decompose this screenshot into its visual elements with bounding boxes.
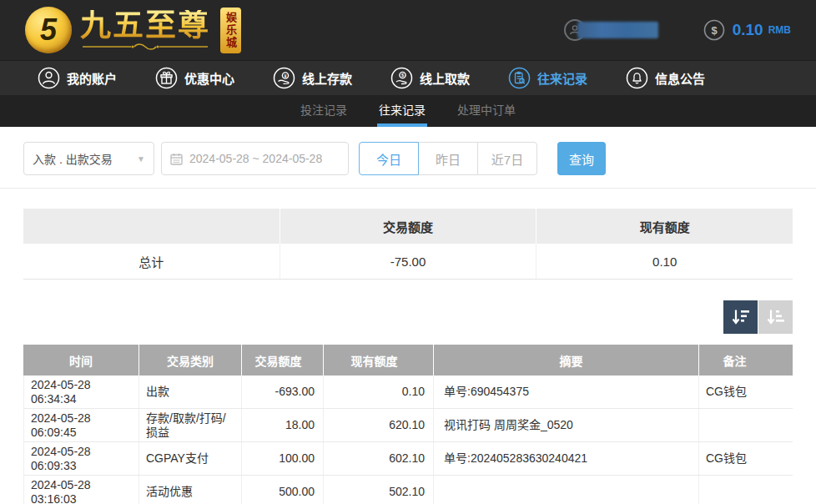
- balance-amount: 0.10: [733, 21, 763, 39]
- sort-descending-button[interactable]: [723, 300, 758, 334]
- balance-currency: RMB: [768, 24, 791, 36]
- yesterday-button[interactable]: 昨日: [418, 142, 478, 175]
- nav-item-transaction-records[interactable]: 往来记录: [508, 67, 587, 89]
- records-clipboard-icon: [508, 67, 531, 89]
- transactions-table: 时间 交易类别 交易额度 现有额度 摘要 备注 2024-05-28 06:34…: [23, 345, 793, 504]
- summary-header-row: 交易额度 现有额度: [23, 209, 793, 244]
- summary-total-balance: 0.10: [536, 244, 793, 279]
- table-header-row: 时间 交易类别 交易额度 现有额度 摘要 备注: [23, 345, 793, 375]
- dollar-coin-icon: $: [703, 19, 725, 41]
- cell-time: 2024-05-28 06:09:33: [23, 442, 139, 475]
- gift-icon: [155, 67, 178, 89]
- calendar-icon: [170, 153, 183, 165]
- date-range-input[interactable]: 2024-05-28 ~ 2024-05-28: [161, 142, 349, 175]
- summary-header-empty: [23, 209, 280, 244]
- summary-total-transaction: -75.00: [280, 244, 537, 279]
- svg-text:$: $: [711, 24, 718, 37]
- today-button[interactable]: 今日: [359, 142, 419, 175]
- summary-header-balance: 现有额度: [536, 209, 793, 244]
- user-icon: [38, 67, 60, 89]
- bell-icon: [626, 67, 648, 89]
- cell-note: CG钱包: [699, 375, 770, 408]
- last-7-days-button[interactable]: 近7日: [477, 142, 537, 175]
- sort-descending-icon: [731, 307, 751, 327]
- transaction-type-select[interactable]: 入款 . 出款交易 ▼: [23, 142, 154, 175]
- nav-item-my-account[interactable]: 我的账户: [38, 67, 117, 89]
- table-row: 2024-05-28 03:16:03 活动优惠 500.00 502.10: [23, 476, 793, 504]
- cell-note: CG钱包: [699, 442, 770, 475]
- balance-display[interactable]: $ 0.10 RMB: [703, 19, 791, 41]
- sort-ascending-icon: [766, 307, 786, 327]
- tab-betting-records[interactable]: 投注记录: [299, 95, 349, 127]
- chevron-down-icon: ▼: [137, 154, 145, 164]
- cell-summary: 单号:690454375: [434, 375, 699, 408]
- cell-amount: -693.00: [242, 375, 324, 408]
- cell-summary: 视讯打码 周周奖金_0520: [434, 409, 699, 441]
- flourish-icon: [83, 43, 208, 51]
- filter-bar: 入款 . 出款交易 ▼ 2024-05-28 ~ 2024-05-28 今日 昨…: [0, 127, 816, 175]
- brand-title: 九五至尊: [80, 10, 210, 41]
- cell-balance: 0.10: [324, 375, 434, 408]
- cell-category: CGPAY支付: [139, 442, 242, 475]
- col-header-balance: 现有额度: [324, 345, 434, 375]
- cell-time: 2024-05-28 03:16:03: [23, 476, 139, 504]
- cell-note: [699, 409, 770, 441]
- brand-badge: 娱乐城: [220, 8, 241, 53]
- cell-balance: 602.10: [324, 442, 434, 475]
- nav-item-withdraw[interactable]: $ 线上取款: [390, 67, 470, 89]
- cell-note: [699, 476, 770, 504]
- quick-date-buttons: 今日 昨日 近7日: [359, 142, 537, 175]
- col-header-amount: 交易额度: [242, 345, 324, 375]
- cell-category: 出款: [139, 375, 242, 408]
- cell-balance: 502.10: [324, 476, 434, 504]
- cell-category: 存款/取款/打码/损益: [139, 409, 242, 441]
- brand-logo[interactable]: 5 九五至尊 娱乐城: [25, 7, 241, 53]
- cell-time: 2024-05-28 06:34:34: [23, 375, 139, 408]
- table-row: 2024-05-28 06:09:33 CGPAY支付 100.00 602.1…: [23, 442, 793, 476]
- top-header: 5 九五至尊 娱乐城 $: [0, 0, 816, 60]
- tab-transaction-records[interactable]: 往来记录: [377, 95, 427, 127]
- summary-header-transaction: 交易额度: [280, 209, 537, 244]
- cell-summary: [434, 476, 699, 504]
- cell-category: 活动优惠: [139, 476, 242, 504]
- col-header-note: 备注: [699, 345, 770, 375]
- nav-item-deposit[interactable]: ¥ 线上存款: [273, 67, 352, 89]
- cell-amount: 18.00: [242, 409, 324, 441]
- col-header-category: 交易类别: [139, 345, 242, 375]
- summary-table: 交易额度 现有额度 总计 -75.00 0.10: [23, 209, 793, 280]
- svg-text:$: $: [401, 73, 404, 78]
- cell-amount: 500.00: [242, 476, 324, 504]
- username-redacted: [577, 22, 658, 38]
- cell-balance: 620.10: [324, 409, 434, 441]
- user-account-chip[interactable]: [564, 19, 658, 41]
- cell-amount: 100.00: [242, 442, 324, 475]
- deposit-hand-coin-icon: ¥: [273, 67, 295, 89]
- table-row: 2024-05-28 06:34:34 出款 -693.00 0.10 单号:6…: [23, 375, 793, 409]
- section-divider: [0, 188, 816, 189]
- withdraw-hand-coin-icon: $: [390, 67, 413, 89]
- brand-emblem-icon: 5: [25, 7, 72, 53]
- nav-item-promotions[interactable]: 优惠中心: [155, 67, 234, 89]
- col-header-summary: 摘要: [434, 345, 699, 375]
- nav-item-announcements[interactable]: 信息公告: [626, 67, 705, 89]
- cell-time: 2024-05-28 06:09:45: [23, 409, 139, 441]
- col-header-time: 时间: [23, 345, 139, 375]
- summary-total-row: 总计 -75.00 0.10: [23, 244, 793, 280]
- table-row: 2024-05-28 06:09:45 存款/取款/打码/损益 18.00 62…: [23, 409, 793, 442]
- search-button[interactable]: 查询: [557, 142, 606, 175]
- sort-controls: [23, 300, 793, 334]
- summary-total-label: 总计: [23, 244, 280, 279]
- sort-ascending-button[interactable]: [758, 300, 793, 334]
- tab-pending-orders[interactable]: 处理中订单: [456, 95, 517, 127]
- cell-summary: 单号:202405283630240421: [434, 442, 699, 475]
- main-nav: 我的账户 优惠中心 ¥ 线上存款 $ 线上取款: [0, 60, 816, 95]
- record-subtabs: 投注记录 往来记录 处理中订单: [0, 95, 816, 127]
